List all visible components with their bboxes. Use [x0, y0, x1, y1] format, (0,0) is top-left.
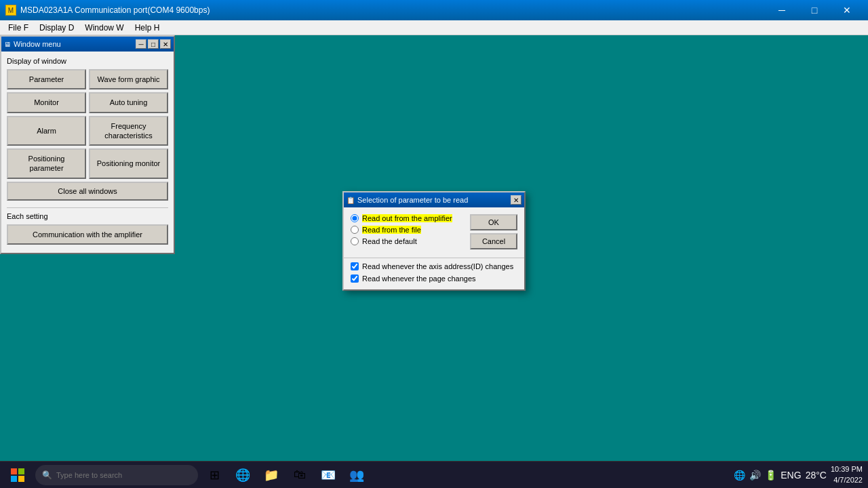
radio-default-input[interactable] [351, 237, 359, 245]
start-button[interactable] [3, 464, 33, 486]
menu-file[interactable]: File F [3, 22, 34, 34]
windows-logo [11, 468, 24, 482]
taskbar-pinned-icons: ⊞ 🌐 📁 🛍 📧 👥 [201, 463, 370, 487]
taskbar: 🔍 ⊞ 🌐 📁 🛍 📧 👥 🌐 🔊 🔋 ENG 28°C 10:39 PM 4/… [0, 461, 868, 488]
radio-option-file[interactable]: Read from the file [351, 226, 465, 234]
panel-maximize-btn[interactable]: □ [148, 39, 159, 49]
menu-bar: File F Display D Window W Help H [0, 20, 868, 35]
cancel-button[interactable]: Cancel [470, 233, 517, 249]
dialog-options: Read out from the amplifier Read from th… [351, 214, 465, 249]
radio-option-default[interactable]: Read the default [351, 237, 465, 245]
panel-content: Display of window Parameter Wave form gr… [1, 52, 174, 253]
panel-title: Window menu [14, 40, 61, 48]
dialog-title: Selection of parameter to be read [357, 196, 468, 204]
app-title: MSDA023A1A Communication port(COM4 9600b… [20, 5, 210, 15]
svg-rect-0 [11, 468, 17, 474]
dialog-footer: Read whenever the axis address(ID) chang… [344, 258, 524, 289]
dialog-title-bar: 📋 Selection of parameter to be read ✕ [344, 192, 524, 207]
svg-rect-3 [18, 476, 24, 482]
frequency-button[interactable]: Frequency characteristics [89, 116, 168, 146]
tray-volume[interactable]: 🔊 [748, 468, 762, 482]
highlight-file: Read from the file [362, 226, 421, 234]
tray-battery[interactable]: 🔋 [764, 468, 778, 482]
title-bar-controls: ─ □ ✕ [766, 1, 863, 20]
taskbar-search-input[interactable] [56, 471, 191, 479]
dialog-buttons: OK Cancel [470, 214, 517, 249]
clock-time: 10:39 PM [831, 464, 863, 474]
monitor-button[interactable]: Monitor [7, 92, 86, 113]
menu-display[interactable]: Display D [34, 22, 79, 34]
tray-language[interactable]: ENG [779, 468, 802, 482]
checkbox-page-input[interactable] [351, 274, 359, 283]
dialog-body: Read out from the amplifier Read from th… [344, 207, 524, 256]
alarm-button[interactable]: Alarm [7, 116, 86, 146]
explorer-icon[interactable]: 📁 [258, 463, 285, 487]
task-view-button[interactable]: ⊞ [201, 463, 228, 487]
ok-button[interactable]: OK [470, 214, 517, 230]
radio-amplifier-label: Read out from the amplifier [362, 214, 452, 222]
checkbox-page-label: Read whenever the page changes [362, 274, 476, 283]
display-of-window-label: Display of window [7, 57, 168, 65]
tray-temp: 28°C [804, 468, 828, 482]
selection-dialog: 📋 Selection of parameter to be read ✕ Re… [342, 191, 526, 291]
window-menu-panel: 🖥 Window menu ─ □ ✕ Display of window Pa… [0, 35, 175, 254]
panel-controls: ─ □ ✕ [136, 39, 171, 49]
radio-file-input[interactable] [351, 226, 359, 234]
checkbox-axis-input[interactable] [351, 262, 359, 270]
minimize-button[interactable]: ─ [766, 1, 797, 20]
close-all-windows-button[interactable]: Close all windows [7, 182, 168, 201]
dialog-title-left: 📋 Selection of parameter to be read [347, 196, 468, 204]
wave-form-button[interactable]: Wave form graphic [89, 69, 168, 89]
display-btn-grid: Parameter Wave form graphic Monitor Auto… [7, 69, 168, 179]
svg-rect-1 [18, 468, 24, 474]
divider [7, 207, 168, 208]
positioning-param-button[interactable]: Positioning parameter [7, 148, 86, 179]
main-area: 🖥 Window menu ─ □ ✕ Display of window Pa… [0, 35, 868, 461]
radio-option-amplifier[interactable]: Read out from the amplifier [351, 214, 465, 222]
close-button[interactable]: ✕ [831, 1, 863, 20]
panel-title-bar: 🖥 Window menu ─ □ ✕ [1, 37, 174, 52]
radio-file-label: Read from the file [362, 226, 421, 234]
menu-window[interactable]: Window W [79, 22, 129, 34]
checkbox-page-changes[interactable]: Read whenever the page changes [351, 274, 517, 283]
sys-tray: 🌐 🔊 🔋 ENG 28°C [732, 468, 828, 482]
auto-tuning-button[interactable]: Auto tuning [89, 92, 168, 113]
svg-rect-2 [11, 476, 17, 482]
radio-amplifier-input[interactable] [351, 214, 359, 222]
taskbar-right: 🌐 🔊 🔋 ENG 28°C 10:39 PM 4/7/2022 [732, 464, 865, 485]
dialog-close-button[interactable]: ✕ [511, 195, 521, 205]
taskbar-clock[interactable]: 10:39 PM 4/7/2022 [831, 464, 863, 485]
comm-amplifier-button[interactable]: Communication with the amplifier [7, 224, 168, 245]
positioning-monitor-button[interactable]: Positioning monitor [89, 148, 168, 179]
mail-icon[interactable]: 📧 [315, 463, 342, 487]
tray-network[interactable]: 🌐 [732, 468, 747, 482]
parameter-button[interactable]: Parameter [7, 69, 86, 89]
edge-icon[interactable]: 🌐 [229, 463, 256, 487]
highlight-amplifier: Read out from the amplifier [362, 214, 452, 222]
each-setting-label: Each setting [7, 212, 168, 220]
panel-minimize-btn[interactable]: ─ [136, 39, 146, 49]
app-icon: M [5, 5, 16, 16]
each-setting-grid: Communication with the amplifier [7, 224, 168, 245]
clock-date: 4/7/2022 [831, 475, 863, 485]
menu-help[interactable]: Help H [130, 22, 165, 34]
taskbar-search-box[interactable]: 🔍 [35, 465, 198, 485]
panel-close-btn[interactable]: ✕ [160, 39, 171, 49]
panel-title-left: 🖥 Window menu [4, 40, 61, 48]
maximize-button[interactable]: □ [799, 1, 830, 20]
title-bar: M MSDA023A1A Communication port(COM4 960… [0, 0, 868, 20]
checkbox-axis-address[interactable]: Read whenever the axis address(ID) chang… [351, 262, 517, 270]
teams-icon[interactable]: 👥 [343, 463, 370, 487]
title-bar-left: M MSDA023A1A Communication port(COM4 960… [5, 5, 210, 16]
radio-default-label: Read the default [362, 237, 417, 245]
checkbox-axis-label: Read whenever the axis address(ID) chang… [362, 262, 513, 270]
store-icon[interactable]: 🛍 [286, 463, 313, 487]
